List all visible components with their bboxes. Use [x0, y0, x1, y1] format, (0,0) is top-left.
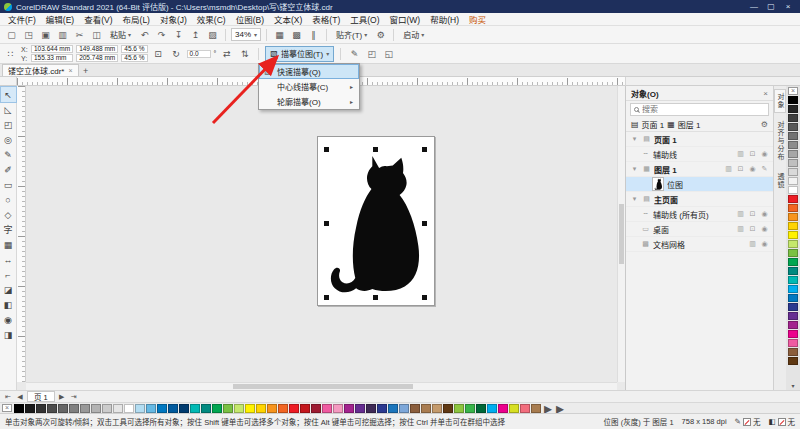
color-swatch[interactable] [788, 348, 798, 356]
selection-handle[interactable] [422, 221, 427, 226]
color-swatch[interactable] [157, 404, 167, 413]
color-swatch[interactable] [788, 132, 798, 140]
eye-icon[interactable]: ◉ [760, 210, 769, 218]
color-swatch[interactable] [47, 404, 57, 413]
color-swatch[interactable] [788, 186, 798, 194]
color-swatch[interactable] [443, 404, 453, 413]
scrollbar-thumb[interactable] [619, 204, 624, 264]
eyedropper-tool[interactable]: ◉ [1, 312, 16, 327]
color-swatch[interactable] [788, 357, 798, 365]
freehand-tool[interactable]: ✎ [1, 147, 16, 162]
paste-button[interactable]: 粘贴 ▾ [106, 28, 135, 42]
mirror-horizontal-icon[interactable]: ⇄ [219, 47, 234, 61]
vertical-ruler[interactable] [17, 86, 26, 382]
color-swatch[interactable] [377, 404, 387, 413]
edit-bitmap-icon[interactable]: ✎ [347, 47, 362, 61]
polygon-tool[interactable]: ◇ [1, 207, 16, 222]
interactive-fill-tool[interactable]: ◨ [1, 327, 16, 342]
selection-handle[interactable] [324, 295, 329, 300]
color-swatch[interactable] [256, 404, 266, 413]
lock-icon[interactable]: ⊡ [748, 225, 757, 233]
search-input[interactable] [642, 105, 765, 114]
launch-button[interactable]: 启动 ▾ [399, 28, 428, 42]
publish-pdf-icon[interactable]: ▨ [205, 28, 220, 42]
options-gear-icon[interactable]: ⚙ [373, 28, 388, 42]
scale-x-field[interactable]: 45.6 % [121, 45, 147, 53]
scale-y-field[interactable]: 45.6 % [121, 54, 147, 62]
menu-item-quick-trace[interactable]: ▧ 快速描摹(Q) [259, 64, 359, 79]
color-swatch[interactable] [333, 404, 343, 413]
selection-handle[interactable] [373, 147, 378, 152]
page-view-icon[interactable]: ▦ [272, 28, 287, 42]
import-icon[interactable]: ↧ [171, 28, 186, 42]
color-swatch[interactable] [300, 404, 310, 413]
menu-item[interactable]: 文件(F) [3, 13, 41, 25]
page-tab[interactable]: 页 1 [27, 391, 55, 402]
menu-item[interactable]: 表格(T) [307, 13, 345, 25]
eye-icon[interactable]: ◉ [760, 225, 769, 233]
eye-icon[interactable]: ◉ [760, 150, 769, 158]
palette-scroll-down-icon[interactable]: ▾ [791, 382, 794, 389]
color-swatch[interactable] [788, 276, 798, 284]
tree-row-page[interactable]: ▾ ▤ 页面 1 [626, 132, 773, 147]
color-swatch[interactable] [135, 404, 145, 413]
color-swatch[interactable] [788, 96, 798, 104]
color-swatch[interactable] [788, 330, 798, 338]
resample-bitmap-icon[interactable]: ◱ [381, 47, 396, 61]
x-position-field[interactable]: 103.644 mm [31, 45, 73, 53]
color-swatch[interactable] [102, 404, 112, 413]
tree-row-guides-all-pages[interactable]: ╌ 辅助线 (所有页) ▥ ⊡ ◉ [626, 207, 773, 222]
color-swatch[interactable] [179, 404, 189, 413]
horizontal-scrollbar[interactable] [26, 382, 617, 390]
minimize-button[interactable]: — [746, 2, 762, 11]
printer-icon[interactable]: ▥ [736, 225, 745, 233]
y-position-field[interactable]: 155.33 mm [31, 54, 73, 62]
crop-tool[interactable]: ◰ [1, 117, 16, 132]
color-swatch[interactable] [432, 404, 442, 413]
ellipse-tool[interactable]: ○ [1, 192, 16, 207]
menu-item[interactable]: 对象(J) [155, 13, 192, 25]
color-swatch[interactable] [788, 168, 798, 176]
printer-icon[interactable]: ▥ [736, 210, 745, 218]
color-swatch[interactable] [454, 404, 464, 413]
menu-item[interactable]: 位图(B) [231, 13, 269, 25]
transparency-tool[interactable]: ◧ [1, 297, 16, 312]
canvas[interactable] [17, 86, 625, 390]
scrollbar-thumb[interactable] [233, 384, 413, 389]
color-swatch[interactable] [788, 321, 798, 329]
docker-tab-align-distribute[interactable]: 对齐与分布 [775, 118, 785, 164]
color-swatch[interactable] [788, 141, 798, 149]
color-swatch[interactable] [788, 177, 798, 185]
printer-icon[interactable]: ▥ [748, 240, 757, 248]
pencil-icon[interactable]: ✎ [760, 165, 769, 173]
color-swatch[interactable] [788, 213, 798, 221]
color-swatch[interactable] [788, 258, 798, 266]
docker-tab-objects[interactable]: 对象 [775, 90, 785, 112]
artistic-media-tool[interactable]: ✐ [1, 162, 16, 177]
color-swatch[interactable] [113, 404, 123, 413]
color-swatch[interactable] [788, 294, 798, 302]
new-document-icon[interactable]: ▢ [4, 28, 19, 42]
menu-item[interactable]: 效果(C) [192, 13, 231, 25]
color-swatch[interactable] [476, 404, 486, 413]
docker-tab-lens[interactable]: 透镜 [775, 170, 785, 192]
color-swatch[interactable] [788, 195, 798, 203]
breadcrumb-page[interactable]: 页面 1 [642, 119, 665, 130]
color-swatch[interactable] [234, 404, 244, 413]
color-swatch[interactable] [788, 312, 798, 320]
color-swatch[interactable] [289, 404, 299, 413]
color-swatch[interactable] [36, 404, 46, 413]
pick-tool[interactable]: ↖ [1, 87, 16, 102]
rectangle-tool[interactable]: ▭ [1, 177, 16, 192]
color-swatch[interactable] [788, 123, 798, 131]
color-swatch[interactable] [201, 404, 211, 413]
selection-handle[interactable] [324, 147, 329, 152]
menu-item[interactable]: 窗口(W) [385, 13, 426, 25]
table-tool[interactable]: ▦ [1, 237, 16, 252]
color-swatch[interactable] [498, 404, 508, 413]
color-swatch[interactable] [788, 240, 798, 248]
menu-item[interactable]: 工具(O) [345, 13, 384, 25]
color-swatch[interactable] [322, 404, 332, 413]
ruler-origin[interactable] [0, 77, 17, 86]
color-swatch[interactable] [146, 404, 156, 413]
